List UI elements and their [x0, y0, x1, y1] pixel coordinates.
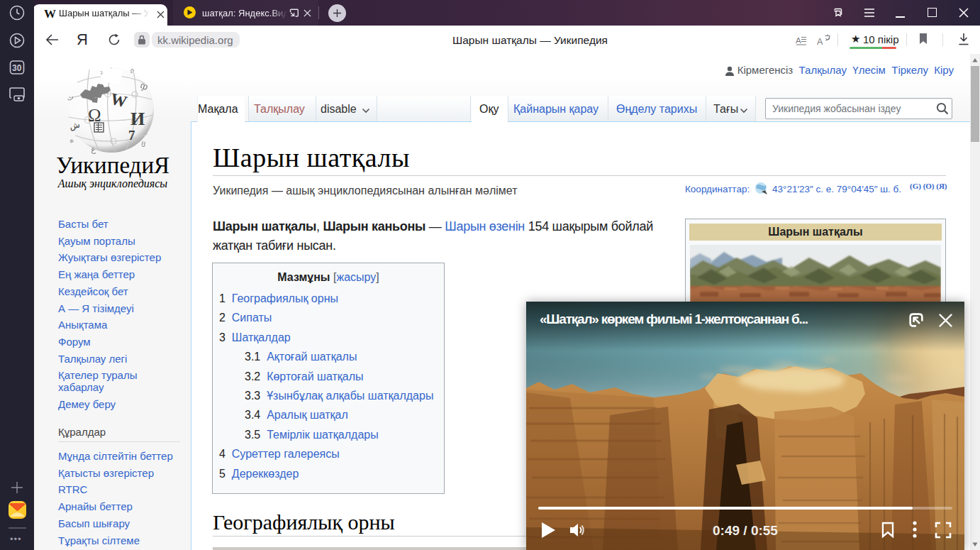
- svg-text:A: A: [817, 37, 823, 46]
- svg-text:7: 7: [128, 128, 135, 143]
- svg-text:A: A: [796, 36, 801, 45]
- svg-text:ც: ც: [141, 138, 147, 148]
- svg-text:க: க: [68, 136, 74, 144]
- svg-text:ว: ว: [99, 69, 104, 76]
- svg-text:30: 30: [12, 63, 22, 73]
- svg-text:Ω: Ω: [88, 106, 101, 125]
- svg-text:И: И: [130, 109, 145, 129]
